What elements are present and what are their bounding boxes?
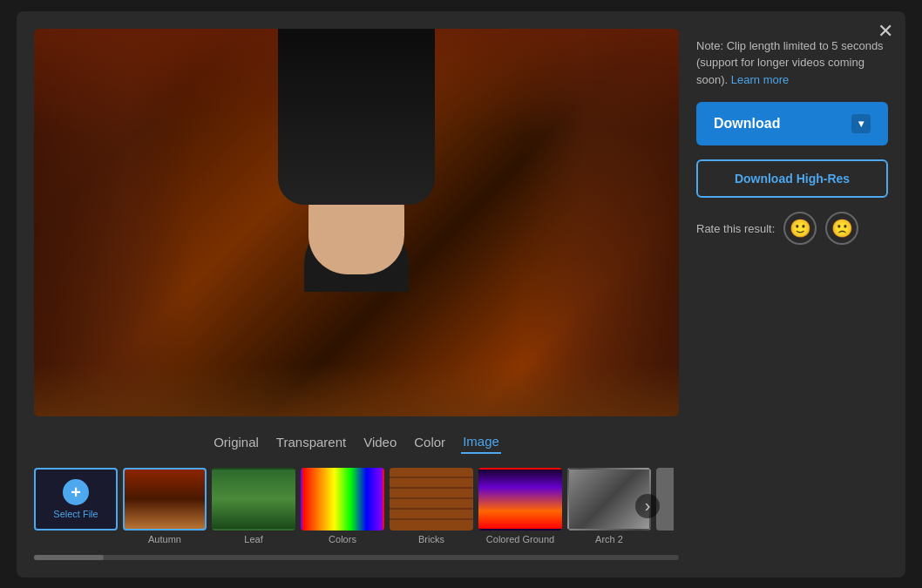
thumb-leaf-label: Leaf: [244, 534, 262, 544]
thumb-colors-img[interactable]: [301, 468, 384, 531]
main-dialog: ✕ Original Transparent Video: [17, 11, 905, 578]
thumb-colors-label: Colors: [329, 534, 356, 544]
thumb-autumn[interactable]: Autumn: [123, 468, 207, 544]
thumb-select-file[interactable]: + Select File: [34, 468, 118, 531]
left-panel: Original Transparent Video Color Image +…: [34, 29, 679, 560]
tab-color[interactable]: Color: [412, 430, 447, 454]
preview-area: [34, 29, 679, 416]
close-button[interactable]: ✕: [878, 22, 893, 41]
download-dropdown-icon: ▾: [851, 114, 871, 133]
thumb-colored-ground-label: Colored Ground: [486, 534, 554, 544]
next-arrow-button[interactable]: ›: [635, 494, 660, 518]
thumb-autumn-label: Autumn: [148, 534, 181, 544]
thumb-colored-ground[interactable]: Colored Ground: [478, 468, 562, 544]
tab-image[interactable]: Image: [461, 430, 501, 454]
download-highres-button[interactable]: Download High-Res: [696, 159, 888, 198]
thumb-bricks-img[interactable]: [390, 468, 473, 531]
preview-image: [34, 29, 679, 416]
select-file-label: Select File: [53, 509, 98, 519]
thumbnails-row: + Select File Autumn Leaf Colors Bricks: [34, 468, 679, 544]
download-button[interactable]: Download ▾: [696, 102, 888, 145]
tab-video[interactable]: Video: [362, 430, 398, 454]
thumb-colored-ground-img[interactable]: [478, 468, 562, 531]
rating-row: Rate this result: 🙂 🙁: [696, 212, 888, 245]
thumb-autumn-img[interactable]: [123, 468, 207, 531]
thumbnail-scrollbar[interactable]: [34, 555, 679, 560]
learn-more-link[interactable]: Learn more: [731, 73, 789, 86]
person-body: [278, 29, 435, 206]
rating-label: Rate this result:: [696, 222, 775, 235]
thumb-colors[interactable]: Colors: [301, 468, 384, 544]
download-button-label: Download: [714, 116, 780, 132]
thumb-bricks[interactable]: Bricks: [390, 468, 473, 544]
tabs-row: Original Transparent Video Color Image: [34, 427, 679, 457]
ground-strip: [34, 364, 679, 416]
note-main-text: Note: Clip length limited to 5 seconds (…: [696, 39, 884, 86]
scrollbar-thumb: [34, 555, 104, 560]
thumb-arch2-label: Arch 2: [595, 534, 623, 544]
plus-icon: +: [63, 479, 89, 505]
happy-rating-button[interactable]: 🙂: [783, 212, 817, 245]
thumb-leaf-img[interactable]: [212, 468, 295, 531]
thumb-bricks-label: Bricks: [418, 534, 444, 544]
right-panel: Note: Clip length limited to 5 seconds (…: [696, 29, 888, 560]
tab-transparent[interactable]: Transparent: [275, 430, 348, 454]
thumb-partial-next: [656, 468, 674, 531]
select-file-thumb[interactable]: + Select File: [34, 468, 118, 531]
sad-rating-button[interactable]: 🙁: [825, 212, 858, 245]
clip-note: Note: Clip length limited to 5 seconds (…: [696, 37, 888, 89]
tab-original[interactable]: Original: [212, 430, 261, 454]
thumb-leaf[interactable]: Leaf: [212, 468, 295, 544]
